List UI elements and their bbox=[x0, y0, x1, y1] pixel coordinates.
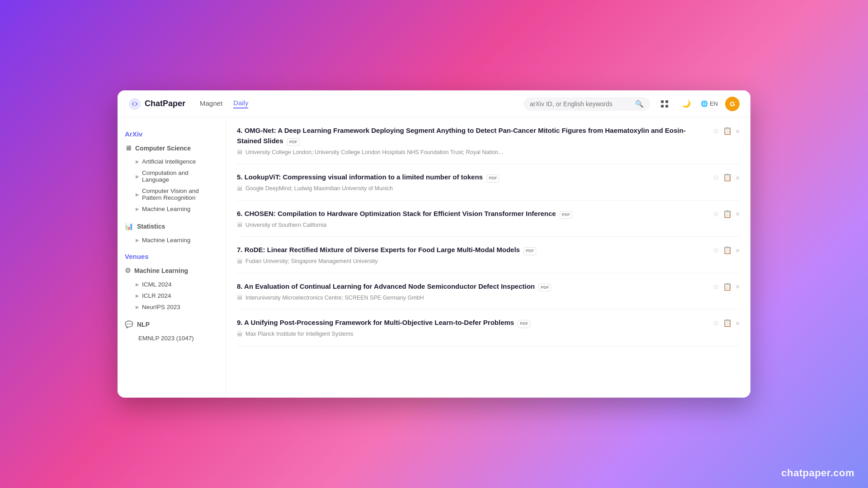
svg-rect-5 bbox=[665, 105, 668, 108]
chevron-icon: ▶ bbox=[136, 293, 139, 298]
paper-actions: ☆ 📋 » bbox=[713, 246, 740, 254]
institution-icon: 🏛 bbox=[237, 258, 243, 265]
paper-title[interactable]: 7. RoDE: Linear Rectified Mixture of Div… bbox=[237, 245, 709, 255]
grid-icon[interactable] bbox=[657, 97, 672, 111]
dark-mode-icon[interactable]: 🌙 bbox=[679, 97, 693, 111]
expand-icon[interactable]: » bbox=[736, 210, 740, 218]
search-icon[interactable]: 🔍 bbox=[635, 100, 644, 108]
note-icon[interactable]: 📋 bbox=[723, 319, 732, 327]
search-bar[interactable]: 🔍 bbox=[524, 97, 650, 111]
nlp-icon: 💬 bbox=[125, 320, 133, 328]
arxiv-section-title: ArXiv bbox=[125, 130, 218, 138]
star-icon[interactable]: ☆ bbox=[713, 127, 719, 135]
paper-item: 9. A Unifying Post-Processing Framework … bbox=[237, 310, 740, 346]
paper-institution: Google DeepMind; Ludwig Maximilian Unive… bbox=[245, 185, 393, 192]
sidebar-item-stats-ml[interactable]: ▶ Machine Learning bbox=[125, 235, 218, 245]
main-content: ArXiv 🖥 Computer Science ▶ Artificial In… bbox=[118, 117, 750, 398]
sidebar: ArXiv 🖥 Computer Science ▶ Artificial In… bbox=[118, 117, 226, 398]
paper-actions: ☆ 📋 » bbox=[713, 127, 740, 135]
paper-title[interactable]: 4. OMG-Net: A Deep Learning Framework De… bbox=[237, 126, 709, 146]
pdf-badge: PDF bbox=[524, 247, 536, 255]
expand-icon[interactable]: » bbox=[736, 282, 740, 291]
language-selector[interactable]: 🌐 EN bbox=[701, 100, 718, 107]
chevron-icon: ▶ bbox=[136, 238, 139, 243]
sidebar-item-emnlp[interactable]: EMNLP 2023 (1047) bbox=[125, 333, 218, 343]
main-nav: Magnet Daily bbox=[200, 99, 248, 108]
nav-daily[interactable]: Daily bbox=[233, 99, 248, 108]
institution-icon: 🏛 bbox=[237, 185, 243, 192]
paper-meta: 🏛 University of Southern California bbox=[237, 221, 740, 228]
logo-area[interactable]: ChatPaper bbox=[128, 98, 185, 110]
stats-label[interactable]: Statistics bbox=[137, 223, 165, 230]
star-icon[interactable]: ☆ bbox=[713, 210, 719, 218]
note-icon[interactable]: 📋 bbox=[723, 210, 732, 218]
star-icon[interactable]: ☆ bbox=[713, 319, 719, 327]
paper-meta: 🏛 Interuniversity Microelectronics Centr… bbox=[237, 294, 740, 301]
star-icon[interactable]: ☆ bbox=[713, 246, 719, 254]
paper-meta: 🏛 University College London; University … bbox=[237, 149, 740, 155]
paper-institution: University of Southern California bbox=[245, 222, 326, 228]
paper-item: 4. OMG-Net: A Deep Learning Framework De… bbox=[237, 117, 740, 164]
sidebar-category-cs: 🖥 Computer Science bbox=[125, 143, 218, 153]
papers-list: 4. OMG-Net: A Deep Learning Framework De… bbox=[226, 117, 750, 398]
paper-title-row: 8. An Evaluation of Continual Learning f… bbox=[237, 282, 740, 292]
expand-icon[interactable]: » bbox=[736, 246, 740, 254]
svg-rect-3 bbox=[665, 100, 668, 103]
sidebar-item-cl[interactable]: ▶ Computation and Language bbox=[125, 168, 218, 185]
sidebar-item-iclr[interactable]: ▶ ICLR 2024 bbox=[125, 291, 218, 301]
note-icon[interactable]: 📋 bbox=[723, 127, 732, 135]
svg-point-1 bbox=[133, 103, 136, 105]
sidebar-category-nlp: 💬 NLP bbox=[125, 319, 218, 329]
paper-meta: 🏛 Max Planck Institute for Intelligent S… bbox=[237, 331, 740, 338]
sidebar-item-icml[interactable]: ▶ ICML 2024 bbox=[125, 279, 218, 290]
expand-icon[interactable]: » bbox=[736, 319, 740, 327]
cs-label[interactable]: Computer Science bbox=[135, 145, 191, 152]
institution-icon: 🏛 bbox=[237, 331, 243, 338]
star-icon[interactable]: ☆ bbox=[713, 173, 719, 182]
search-input[interactable] bbox=[530, 100, 632, 108]
expand-icon[interactable]: » bbox=[736, 127, 740, 135]
paper-title[interactable]: 6. CHOSEN: Compilation to Hardware Optim… bbox=[237, 209, 709, 219]
paper-title-row: 9. A Unifying Post-Processing Framework … bbox=[237, 318, 740, 328]
note-icon[interactable]: 📋 bbox=[723, 282, 732, 291]
paper-title[interactable]: 5. LookupViT: Compressing visual informa… bbox=[237, 172, 709, 183]
paper-title[interactable]: 9. A Unifying Post-Processing Framework … bbox=[237, 318, 709, 328]
pdf-badge: PDF bbox=[486, 174, 499, 183]
pdf-badge: PDF bbox=[287, 138, 300, 146]
sidebar-item-ai[interactable]: ▶ Artificial Intelligence bbox=[125, 156, 218, 167]
venues-section-title: Venues bbox=[125, 253, 218, 260]
paper-actions: ☆ 📋 » bbox=[713, 173, 740, 182]
institution-icon: 🏛 bbox=[237, 221, 243, 228]
sidebar-category-stats: 📊 Statistics bbox=[125, 221, 218, 231]
nav-magnet[interactable]: Magnet bbox=[200, 99, 222, 108]
institution-icon: 🏛 bbox=[237, 294, 243, 301]
chevron-icon: ▶ bbox=[136, 206, 139, 211]
svg-rect-2 bbox=[661, 100, 664, 103]
star-icon[interactable]: ☆ bbox=[713, 282, 719, 291]
paper-item: 8. An Evaluation of Continual Learning f… bbox=[237, 273, 740, 310]
institution-icon: 🏛 bbox=[237, 149, 243, 155]
expand-icon[interactable]: » bbox=[736, 174, 740, 182]
sidebar-item-cv[interactable]: ▶ Computer Vision and Pattern Recognitio… bbox=[125, 186, 218, 203]
header-right: 🔍 🌙 🌐 EN G bbox=[524, 97, 740, 111]
app-name: ChatPaper bbox=[145, 99, 185, 108]
pdf-badge: PDF bbox=[538, 284, 551, 292]
chevron-icon: ▶ bbox=[136, 282, 139, 287]
sidebar-item-neurips[interactable]: ▶ NeurIPS 2023 bbox=[125, 302, 218, 312]
note-icon[interactable]: 📋 bbox=[723, 246, 732, 254]
note-icon[interactable]: 📋 bbox=[723, 173, 732, 182]
user-avatar[interactable]: G bbox=[725, 97, 740, 111]
globe-icon: 🌐 bbox=[701, 100, 708, 107]
sidebar-item-ml[interactable]: ▶ Machine Learning bbox=[125, 204, 218, 214]
paper-actions: ☆ 📋 » bbox=[713, 319, 740, 327]
pdf-badge: PDF bbox=[518, 320, 530, 328]
paper-title-row: 5. LookupViT: Compressing visual informa… bbox=[237, 172, 740, 183]
paper-title-row: 4. OMG-Net: A Deep Learning Framework De… bbox=[237, 126, 740, 146]
paper-institution: Max Planck Institute for Intelligent Sys… bbox=[245, 331, 353, 337]
paper-meta: 🏛 Fudan University; Singapore Management… bbox=[237, 258, 740, 265]
venue-ml-label[interactable]: Machine Learning bbox=[134, 267, 188, 274]
nlp-label[interactable]: NLP bbox=[137, 321, 150, 328]
paper-title[interactable]: 8. An Evaluation of Continual Learning f… bbox=[237, 282, 709, 292]
paper-item: 7. RoDE: Linear Rectified Mixture of Div… bbox=[237, 237, 740, 273]
chevron-icon: ▶ bbox=[136, 192, 139, 197]
